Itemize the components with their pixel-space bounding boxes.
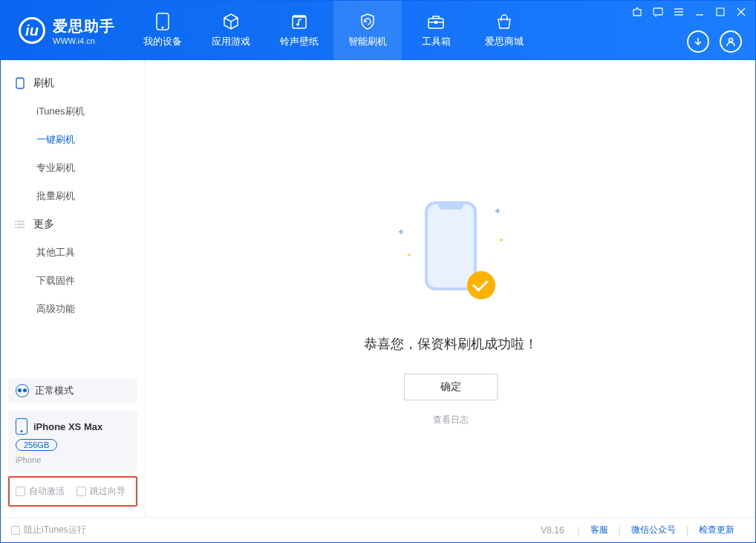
svg-rect-6: [434, 21, 437, 24]
sidebar-item-pro-flash[interactable]: 专业刷机: [1, 154, 145, 182]
svg-point-1: [162, 27, 164, 29]
sidebar-item-onekey-flash[interactable]: 一键刷机: [1, 126, 145, 154]
success-illustration: [399, 201, 503, 313]
checkbox-skip-guide[interactable]: 跳过向导: [76, 485, 126, 498]
device-info-card[interactable]: iPhone XS Max 256GB iPhone: [8, 411, 137, 472]
sidebar-item-batch-flash[interactable]: 批量刷机: [1, 182, 145, 210]
svg-point-9: [729, 39, 733, 42]
feedback-icon[interactable]: [651, 5, 665, 19]
sidebar: 刷机 iTunes刷机 一键刷机 专业刷机 批量刷机 更多 其他工具 下载固件 …: [1, 60, 146, 517]
svg-point-4: [296, 23, 299, 26]
checkmark-badge-icon: [467, 271, 495, 299]
footer-link-check-update[interactable]: 检查更新: [688, 524, 745, 536]
maximize-icon[interactable]: [714, 5, 727, 19]
checkbox-icon: [76, 487, 86, 496]
svg-rect-3: [293, 15, 306, 18]
nav-toolbox[interactable]: 工具箱: [402, 1, 470, 60]
download-icon[interactable]: [687, 30, 709, 53]
mode-icon: [16, 384, 29, 397]
app-header: iu 爱思助手 WWW.i4.cn 我的设备 应用游戏 铃声壁纸 智能刷机 工具…: [1, 1, 755, 60]
sidebar-item-itunes-flash[interactable]: iTunes刷机: [1, 97, 145, 126]
svg-rect-10: [16, 78, 24, 88]
sidebar-item-other-tools[interactable]: 其他工具: [1, 238, 145, 267]
svg-rect-2: [293, 16, 306, 28]
user-icon[interactable]: [720, 30, 742, 53]
svg-point-13: [15, 227, 16, 228]
phone-outline-icon: [14, 77, 26, 89]
checkbox-icon: [11, 526, 20, 535]
checkbox-icon: [16, 487, 25, 496]
ok-button[interactable]: 确定: [404, 374, 498, 400]
svg-rect-8: [717, 8, 724, 16]
nav-apps-games[interactable]: 应用游戏: [197, 1, 265, 60]
main-nav: 我的设备 应用游戏 铃声壁纸 智能刷机 工具箱 爱思商城: [128, 1, 538, 60]
sidebar-group-flash: 刷机: [1, 69, 145, 97]
device-capacity-badge: 256GB: [16, 439, 57, 451]
nav-ringtone-wallpaper[interactable]: 铃声壁纸: [265, 1, 333, 60]
sidebar-item-download-firmware[interactable]: 下载固件: [1, 267, 145, 295]
device-icon: [152, 13, 173, 30]
svg-point-12: [15, 224, 16, 225]
menu-icon[interactable]: [672, 5, 685, 19]
nav-my-device[interactable]: 我的设备: [128, 1, 197, 60]
footer-link-support[interactable]: 客服: [580, 524, 619, 536]
sidebar-group-more: 更多: [1, 210, 145, 238]
logo-icon: iu: [19, 17, 45, 44]
footer-link-wechat[interactable]: 微信公众号: [621, 524, 686, 536]
main-content: 恭喜您，保资料刷机成功啦！ 确定 查看日志: [146, 60, 755, 517]
version-label: V8.16: [541, 525, 564, 536]
phone-icon: [16, 418, 27, 435]
success-message: 恭喜您，保资料刷机成功啦！: [364, 335, 538, 353]
checkbox-auto-activate[interactable]: 自动激活: [16, 485, 65, 498]
close-icon[interactable]: [734, 5, 748, 19]
cube-icon: [221, 13, 241, 30]
app-name: 爱思助手: [53, 16, 115, 36]
status-bar: 阻止iTunes运行 V8.16 | 客服 | 微信公众号 | 检查更新: [1, 517, 755, 542]
svg-rect-7: [654, 8, 662, 15]
device-type-label: iPhone: [16, 455, 130, 464]
list-icon: [14, 218, 26, 230]
device-mode-card[interactable]: 正常模式: [8, 378, 137, 403]
app-logo: iu 爱思助手 WWW.i4.cn: [1, 1, 128, 60]
music-folder-icon: [289, 13, 310, 30]
nav-store[interactable]: 爱思商城: [470, 1, 538, 60]
header-action-buttons: [687, 30, 742, 53]
svg-point-11: [15, 221, 16, 222]
refresh-shield-icon: [357, 13, 378, 30]
theme-icon[interactable]: [630, 5, 644, 19]
window-controls: [630, 5, 748, 19]
store-icon: [494, 13, 515, 30]
minimize-icon[interactable]: [693, 5, 706, 19]
checkbox-block-itunes[interactable]: 阻止iTunes运行: [11, 524, 86, 536]
view-log-link[interactable]: 查看日志: [433, 414, 469, 426]
flash-options-box: 自动激活 跳过向导: [8, 476, 137, 507]
nav-smart-flash[interactable]: 智能刷机: [333, 1, 402, 60]
toolbox-icon: [426, 13, 446, 30]
sidebar-item-advanced[interactable]: 高级功能: [1, 295, 145, 323]
app-site: WWW.i4.cn: [53, 36, 115, 45]
